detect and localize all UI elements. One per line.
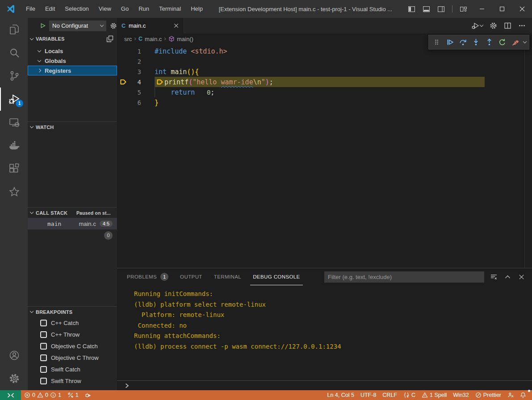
variables-item-locals[interactable]: Locals [28,46,117,56]
encoding[interactable]: UTF-8 [357,390,379,400]
line-number[interactable]: 6 [130,99,141,106]
code-line-6[interactable]: 6} [117,97,532,108]
run-or-debug-button[interactable] [472,22,483,29]
drag-handle-icon[interactable] [431,37,442,48]
line-number[interactable]: 4 [130,79,141,86]
menu-edit[interactable]: Edit [40,0,60,18]
panel-tab-terminal[interactable]: TERMINAL [211,268,244,285]
breadcrumb-symbol[interactable]: main() [177,36,193,42]
split-editor-icon[interactable] [504,22,511,29]
remote-indicator[interactable] [0,390,21,400]
restart-icon[interactable] [497,37,507,48]
tools-status[interactable]: 1 [64,390,82,400]
continue-icon[interactable] [444,37,455,48]
copy-icon[interactable] [106,35,113,42]
breakpoint-checkbox[interactable] [40,343,47,350]
maximize-button[interactable] [492,0,512,18]
toggle-panel-icon[interactable] [423,5,430,13]
menu-selection[interactable]: Selection [60,0,93,18]
breakpoint-row[interactable]: Objective C Catch [28,340,117,352]
watch-section-header[interactable]: WATCH [28,121,117,132]
panel-tab-problems[interactable]: PROBLEMS1 [124,268,171,285]
breakpoint-row[interactable]: Swift Throw [28,375,117,387]
explorer-icon[interactable] [0,18,28,41]
menu-file[interactable]: File [21,0,40,18]
code-line-3[interactable]: 3int main(){ [117,67,532,77]
stack-frame-row[interactable]: main main.c 4:5 [28,218,117,229]
editor-gear-icon[interactable] [490,22,497,29]
breakpoint-checkbox[interactable] [40,378,47,384]
settings-gear-icon[interactable] [0,367,28,390]
language-mode[interactable]: C [400,390,419,400]
breakpoint-checkbox[interactable] [40,331,47,338]
maximize-panel-icon[interactable] [504,274,511,280]
eol-sequence[interactable]: CRLF [379,390,400,400]
customize-layout-icon[interactable] [460,5,467,13]
breakpoints-section-header[interactable]: BREAKPOINTS [28,306,117,317]
menu-view[interactable]: View [94,0,116,18]
account-icon[interactable] [0,344,28,367]
console-filter[interactable] [324,271,484,283]
start-debug-icon[interactable] [40,22,46,29]
breakpoint-checkbox[interactable] [40,320,47,326]
debug-config-dropdown[interactable]: No Configurat [49,21,106,31]
more-actions-icon[interactable] [518,22,526,29]
close-button[interactable] [512,0,532,18]
breakpoint-checkbox[interactable] [40,354,47,361]
spell-checker-status[interactable]: 1 Spell [419,390,450,400]
line-number[interactable]: 3 [130,68,141,75]
breakpoint-checkbox[interactable] [40,366,47,373]
filter-input[interactable] [328,274,481,280]
current-frame-arrow-icon[interactable] [117,79,130,85]
extensions-icon[interactable] [0,157,28,180]
toggle-secondary-sidebar-icon[interactable] [437,5,445,13]
menu-run[interactable]: Run [134,0,154,18]
search-icon[interactable] [0,41,28,64]
close-tab-icon[interactable] [174,23,179,28]
minimize-button[interactable] [472,0,492,18]
breakpoint-row[interactable]: Objective C Throw [28,352,117,363]
step-into-icon[interactable] [471,37,481,48]
line-number[interactable]: 2 [130,58,141,65]
source-control-icon[interactable] [0,64,28,88]
chevron-down-icon[interactable] [523,40,527,43]
menu-terminal[interactable]: Terminal [154,0,186,18]
step-out-icon[interactable] [484,37,494,48]
close-panel-icon[interactable] [518,274,525,280]
tab-main-c[interactable]: C main.c [117,18,183,33]
code-line-4[interactable]: 4printf("hello wamr-ide\n"); [117,77,532,87]
line-number[interactable]: 1 [130,48,141,55]
breakpoint-row[interactable]: Swift Catch [28,363,117,375]
variables-section-header[interactable]: VARIABLES [28,33,117,44]
toggle-sidebar-icon[interactable] [408,5,415,13]
breadcrumb-src[interactable]: src [124,36,132,42]
code-line-5[interactable]: 5 return 0; [117,87,532,97]
notifications-bell[interactable] [517,390,529,400]
variables-item-registers[interactable]: Registers [28,66,117,75]
disconnect-icon[interactable] [511,37,521,48]
breakpoint-row[interactable]: C++ Throw [28,329,117,340]
step-over-icon[interactable] [458,37,468,48]
remote-explorer-icon[interactable] [0,111,28,134]
code-editor[interactable]: 1#include <stdio.h>23int main(){4printf(… [117,44,532,268]
platform-status[interactable]: Win32 [450,390,472,400]
clear-console-icon[interactable] [490,274,497,280]
open-launch-json-gear-icon[interactable] [110,22,117,29]
code-line-2[interactable]: 2 [117,56,532,67]
debug-status[interactable] [82,390,94,400]
breakpoint-row[interactable]: C++ Catch [28,317,117,329]
docker-icon[interactable] [0,134,28,157]
panel-tab-debug-console[interactable]: DEBUG CONSOLE [250,268,303,285]
line-number[interactable]: 5 [130,89,141,96]
variables-item-globals[interactable]: Globals [28,56,117,66]
problems-status[interactable]: 0 0 1 [21,390,64,400]
menu-go[interactable]: Go [116,0,134,18]
call-stack-section-header[interactable]: CALL STACK Paused on st... [28,207,117,218]
feedback-icon[interactable] [504,390,517,400]
run-and-debug-icon[interactable]: 1 [0,88,28,111]
formatter-status[interactable]: Prettier [472,390,504,400]
cursor-position[interactable]: Ln 4, Col 5 [324,390,357,400]
breadcrumb-file[interactable]: main.c [145,36,162,42]
debug-console-input[interactable] [117,380,532,390]
star-icon[interactable] [0,180,28,204]
